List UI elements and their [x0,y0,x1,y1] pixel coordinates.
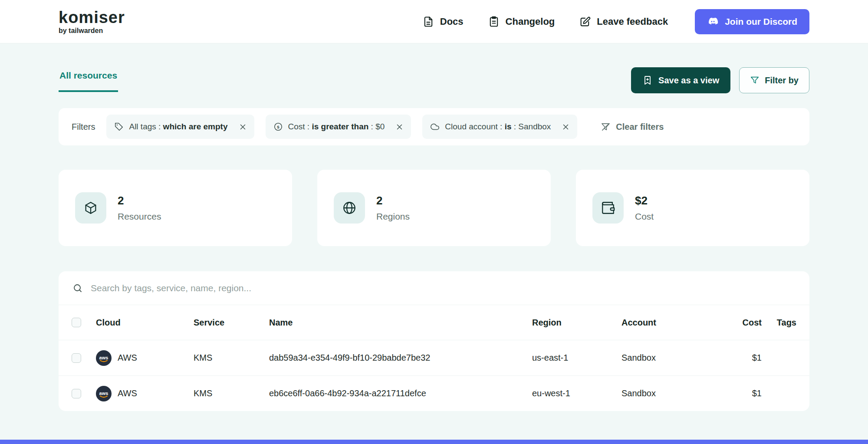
remove-cloud-account-filter-icon[interactable] [562,123,569,131]
col-region: Region [532,318,621,328]
main-content: All resources Save as a view Filter by [0,43,868,411]
search-icon [72,283,83,293]
search-input[interactable] [91,283,796,293]
row-checkbox[interactable] [72,389,81,398]
clear-filters-button[interactable]: Clear filters [601,122,664,132]
table-search-row [59,271,809,305]
col-cost: Cost [723,318,763,328]
bottom-bar [0,440,868,444]
bookmark-add-icon [642,75,653,86]
nav-docs-label: Docs [440,16,464,27]
col-service: Service [194,318,269,328]
toolbar-buttons: Save as a view Filter by [631,67,809,93]
tab-all-resources[interactable]: All resources [59,69,118,92]
filters-label: Filters [72,122,95,132]
logo-subtitle: by tailwarden [59,27,125,34]
save-as-view-button[interactable]: Save as a view [631,67,730,93]
row-checkbox[interactable] [72,353,81,363]
remove-cost-filter-icon[interactable] [396,123,403,131]
cloud-icon [430,122,440,132]
svg-text:aws: aws [99,390,108,395]
wallet-icon [592,192,624,224]
svg-text:$: $ [277,125,279,129]
filter-by-button[interactable]: Filter by [739,67,809,93]
table-header-row: Cloud Service Name Region Account Cost T… [59,305,809,340]
filter-chip-cloud-account[interactable]: Cloud account : is : Sandbox [422,115,577,139]
cell-name: dab59a34-e354-49f9-bf10-29babde7be32 [269,353,532,363]
cell-cloud: AWS [118,388,137,398]
cell-service: KMS [194,353,269,363]
cell-cloud: AWS [118,353,137,363]
stat-card-cost: $2 Cost [576,170,809,246]
join-discord-label: Join our Discord [725,16,797,27]
filter-chip-tags[interactable]: All tags : which are empty [106,115,254,139]
cube-icon [75,192,106,224]
filter-by-label: Filter by [765,76,799,86]
discord-icon [707,16,719,26]
regions-count: 2 [376,194,410,207]
cell-name: eb6ce6ff-0a66-4b92-934a-a221711defce [269,388,532,398]
stat-card-regions: 2 Regions [317,170,551,246]
nav-leave-feedback[interactable]: Leave feedback [579,16,668,28]
table-row[interactable]: aws AWS KMS dab59a34-e354-49f9-bf10-29ba… [59,340,809,375]
select-all-checkbox[interactable] [72,318,81,327]
regions-label: Regions [376,211,410,222]
toolbar: All resources Save as a view Filter by [59,67,809,93]
changelog-icon [488,16,500,28]
cell-cost: $1 [723,388,763,398]
clear-filters-label: Clear filters [616,122,664,132]
col-name: Name [269,318,532,328]
svg-text:aws: aws [99,355,108,360]
cell-account: Sandbox [621,353,723,363]
cell-region: us-east-1 [532,353,621,363]
filter-off-icon [601,122,611,132]
nav-docs[interactable]: Docs [422,16,464,28]
resources-label: Resources [118,211,161,222]
chip-text: Cost : is greater than : $0 [288,122,385,132]
table-row[interactable]: aws AWS KMS eb6ce6ff-0a66-4b92-934a-a221… [59,375,809,411]
resources-table: Cloud Service Name Region Account Cost T… [59,271,809,411]
cell-region: eu-west-1 [532,388,621,398]
header-nav: Docs Changelog Leave feedback [422,9,809,34]
col-tags: Tags [777,318,796,328]
globe-icon [334,192,365,224]
nav-changelog-label: Changelog [506,16,555,27]
join-discord-button[interactable]: Join our Discord [695,9,809,34]
funnel-icon [750,76,760,85]
col-cloud: Cloud [96,318,194,328]
tag-icon [114,122,124,132]
cell-service: KMS [194,388,269,398]
chip-text: All tags : which are empty [129,122,227,132]
cell-cost: $1 [723,353,763,363]
aws-logo-icon: aws [96,386,112,401]
logo-title: komiser [59,9,125,26]
komiser-logo[interactable]: komiser by tailwarden [59,9,125,34]
filter-chip-cost[interactable]: $ Cost : is greater than : $0 [266,115,411,139]
stat-card-resources: 2 Resources [59,170,292,246]
col-account: Account [621,318,723,328]
aws-logo-icon: aws [96,350,112,366]
chip-text: Cloud account : is : Sandbox [445,122,551,132]
feedback-pen-icon [579,16,591,28]
filters-bar: Filters All tags : which are empty $ Cos… [59,108,809,145]
cost-label: Cost [635,211,654,222]
remove-tags-filter-icon[interactable] [239,123,247,131]
dollar-circle-icon: $ [273,122,283,132]
stats-cards: 2 Resources 2 Regions $2 C [59,170,809,246]
docs-icon [422,16,434,28]
app-header: komiser by tailwarden Docs Changelog [0,0,868,43]
nav-changelog[interactable]: Changelog [488,16,555,28]
save-as-view-label: Save as a view [658,76,719,86]
cost-value: $2 [635,194,654,207]
nav-leave-feedback-label: Leave feedback [597,16,668,27]
resources-count: 2 [118,194,161,207]
cell-account: Sandbox [621,388,723,398]
